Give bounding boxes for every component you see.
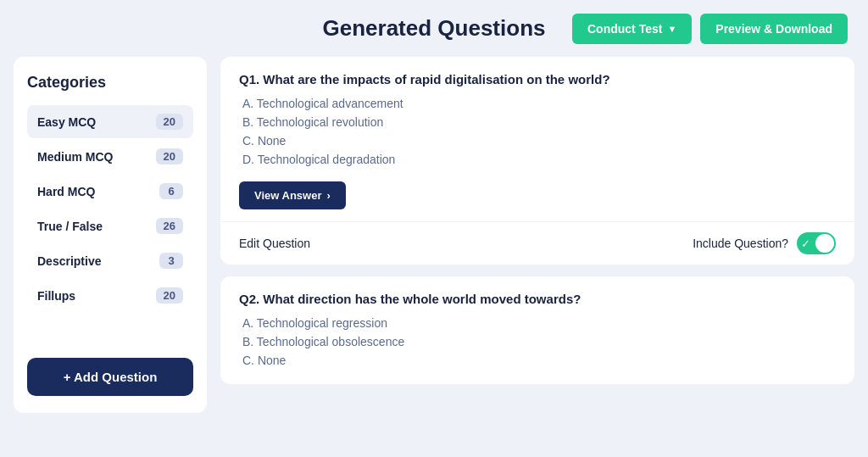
- option-c: C. None: [239, 134, 836, 148]
- conduct-test-button[interactable]: Conduct Test ▼: [572, 14, 692, 44]
- sidebar-item-true-false[interactable]: True / False 26: [27, 209, 193, 242]
- category-badge: 3: [159, 253, 183, 269]
- option-b: B. Technological revolution: [239, 115, 836, 129]
- chevron-down-icon: ▼: [667, 24, 676, 34]
- view-answer-button[interactable]: View Answer ›: [239, 181, 346, 209]
- option-b: B. Technological obsolescence: [239, 335, 836, 348]
- option-d: D. Technological degradation: [239, 153, 836, 166]
- add-question-button[interactable]: + Add Question: [27, 358, 193, 396]
- page-title: Generated Questions: [323, 15, 546, 42]
- categories-sidebar: Categories Easy MCQ 20 Medium MCQ 20 Har…: [14, 57, 207, 413]
- main-layout: Categories Easy MCQ 20 Medium MCQ 20 Har…: [0, 57, 868, 426]
- sidebar-item-easy-mcq[interactable]: Easy MCQ 20: [27, 105, 193, 138]
- category-badge: 26: [156, 218, 183, 234]
- question-card: Q2. What direction has the whole world m…: [220, 276, 854, 384]
- category-label: Easy MCQ: [37, 115, 96, 129]
- sidebar-item-hard-mcq[interactable]: Hard MCQ 6: [27, 175, 193, 208]
- category-label: Descriptive: [37, 254, 101, 268]
- category-badge: 20: [156, 148, 183, 164]
- question-text: Q1. What are the impacts of rapid digita…: [239, 72, 836, 86]
- sidebar-item-medium-mcq[interactable]: Medium MCQ 20: [27, 140, 193, 173]
- sidebar-item-descriptive[interactable]: Descriptive 3: [27, 244, 193, 277]
- category-badge: 20: [156, 287, 183, 304]
- toggle-thumb: [815, 234, 834, 253]
- sidebar-item-fillups[interactable]: Fillups 20: [27, 279, 193, 312]
- sidebar-title: Categories: [27, 74, 193, 92]
- question-card: Q1. What are the impacts of rapid digita…: [220, 57, 854, 265]
- category-label: Hard MCQ: [37, 185, 95, 198]
- category-badge: 20: [156, 114, 183, 130]
- check-icon: ✓: [801, 237, 810, 250]
- category-badge: 6: [159, 183, 183, 199]
- include-label: Include Question?: [693, 237, 788, 250]
- option-a: A. Technological advancement: [239, 97, 836, 110]
- option-a: A. Technological regression: [239, 316, 836, 330]
- question-text: Q2. What direction has the whole world m…: [239, 292, 836, 306]
- edit-question-link[interactable]: Edit Question: [239, 237, 310, 250]
- category-label: Fillups: [37, 289, 75, 303]
- category-label: Medium MCQ: [37, 150, 113, 164]
- category-label: True / False: [37, 220, 103, 233]
- include-toggle[interactable]: ✓: [797, 232, 836, 254]
- page-header: Generated Questions Conduct Test ▼ Previ…: [0, 0, 868, 57]
- option-c: C. None: [239, 354, 836, 367]
- header-actions: Conduct Test ▼ Preview & Download: [572, 14, 848, 44]
- preview-download-button[interactable]: Preview & Download: [700, 14, 848, 44]
- chevron-right-icon: ›: [326, 189, 330, 202]
- questions-area: Q1. What are the impacts of rapid digita…: [220, 57, 854, 413]
